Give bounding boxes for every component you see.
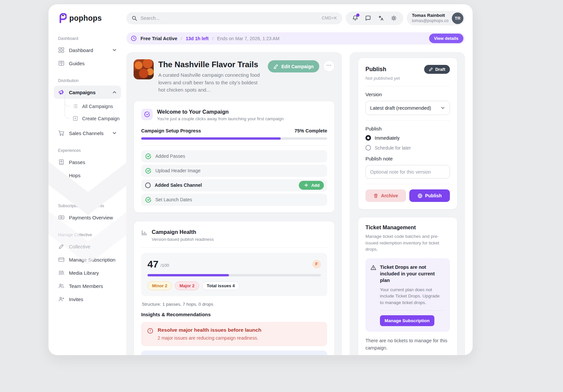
edit-campaign-button[interactable]: Edit Campaign bbox=[268, 60, 319, 72]
sidebar-item-collective[interactable]: Collective bbox=[54, 240, 121, 253]
checklist-label: Added Sales Channel bbox=[155, 182, 295, 188]
draft-badge[interactable]: Draft bbox=[424, 65, 450, 74]
campaign-description: A curated Nashville campaign connecting … bbox=[158, 71, 263, 94]
checklist-item-launch-dates[interactable]: Set Launch Dates bbox=[141, 194, 327, 206]
language-button[interactable] bbox=[376, 13, 386, 23]
insights-title: Insights & Recommendations bbox=[141, 312, 327, 317]
sidebar-item-media-library[interactable]: Media Library bbox=[54, 266, 121, 279]
sidebar-item-label: Collective bbox=[69, 244, 117, 249]
sidebar-item-drops[interactable]: Drops bbox=[54, 182, 121, 195]
radio-label: Immediately bbox=[375, 135, 399, 141]
chevron-down-icon bbox=[440, 105, 445, 110]
sidebar-item-label: Guides bbox=[69, 61, 117, 66]
unchecked-circle-icon bbox=[145, 182, 151, 188]
notifications-button[interactable] bbox=[350, 13, 360, 23]
publish-note-input[interactable] bbox=[365, 165, 450, 179]
cart-icon bbox=[58, 130, 65, 136]
user-menu[interactable]: Tomas Rainbolt tomas@pophops.co TR bbox=[407, 11, 465, 25]
sidebar-item-label: Manage Subscription bbox=[69, 257, 117, 263]
sidebar-item-label: Invites bbox=[69, 296, 117, 302]
sidebar-item-campaigns[interactable]: Campaigns bbox=[54, 86, 121, 99]
alert-circle-icon bbox=[147, 328, 153, 334]
radio-schedule-later[interactable]: Schedule for later bbox=[365, 145, 450, 151]
divider bbox=[141, 146, 327, 146]
user-name: Tomas Rainbolt bbox=[412, 13, 449, 18]
pencil-icon bbox=[58, 243, 65, 250]
welcome-subtitle: You're just a couple clicks away from la… bbox=[157, 116, 284, 121]
major-issues-badge: Major 2 bbox=[175, 281, 199, 290]
setup-progress-fill bbox=[141, 137, 281, 140]
sidebar-item-guides[interactable]: Guides bbox=[54, 57, 121, 70]
sidebar-item-manage-subscription[interactable]: Manage Subscription bbox=[54, 253, 121, 266]
sidebar-item-label: Hops bbox=[69, 173, 117, 178]
topbar: CMD+K bbox=[126, 11, 465, 25]
setup-progress-value: 75% Complete bbox=[295, 128, 327, 133]
sidebar-item-label: Sales Channels bbox=[69, 130, 108, 136]
checklist-item-added-passes[interactable]: Added Passes bbox=[141, 150, 327, 162]
trial-end-date: Ends on Mar 7, 2026, 1:23 AM bbox=[217, 36, 425, 41]
manage-subscription-button[interactable]: Manage Subscription bbox=[380, 315, 434, 326]
user-plus-icon bbox=[58, 296, 65, 302]
sidebar-item-passes[interactable]: Passes bbox=[54, 155, 121, 169]
theme-button[interactable] bbox=[389, 13, 399, 23]
alert-major-issues: Resolve major health issues before launc… bbox=[141, 322, 327, 346]
ticket-warning-box: Ticket Drops are not included in your cu… bbox=[365, 258, 450, 332]
sidebar-item-team-members[interactable]: Team Members bbox=[54, 279, 121, 293]
ticket-title: Ticket Management bbox=[365, 224, 450, 231]
checklist-item-upload-header[interactable]: Upload Header Image bbox=[141, 165, 327, 177]
structure-summary: Structure: 1 passes, 7 hops, 0 drops bbox=[142, 302, 327, 307]
sidebar-item-all-campaigns[interactable]: All Campaigns bbox=[65, 100, 121, 112]
sidebar: pophops Dashboard Dashboard Guides bbox=[48, 4, 126, 355]
sidebar-item-invites[interactable]: Invites bbox=[54, 293, 121, 306]
alert-title: Resolve major health issues before launc… bbox=[158, 327, 261, 333]
version-select[interactable]: Latest draft (recommended) bbox=[365, 101, 450, 115]
sidebar-item-payments-overview[interactable]: Payments Overview bbox=[54, 211, 121, 224]
sidebar-item-create-campaign[interactable]: Create Campaign bbox=[65, 112, 121, 125]
checklist-label: Set Launch Dates bbox=[155, 197, 324, 202]
app-window: pophops Dashboard Dashboard Guides bbox=[48, 4, 473, 355]
publish-button[interactable]: Publish bbox=[409, 189, 450, 202]
radio-unselected-icon[interactable] bbox=[365, 145, 371, 151]
trial-time-left: 13d 1h left bbox=[186, 36, 208, 41]
search-input[interactable] bbox=[141, 15, 319, 21]
globe-icon bbox=[418, 193, 422, 198]
add-sales-channel-button[interactable]: Add bbox=[299, 181, 324, 190]
more-options-button[interactable]: ⋯ bbox=[323, 60, 335, 72]
ticket-warning-title: Ticket Drops are not included in your cu… bbox=[380, 264, 444, 284]
banknote-icon bbox=[58, 214, 65, 221]
chat-icon bbox=[365, 15, 371, 21]
clock-icon bbox=[131, 35, 137, 42]
sidebar-item-dashboard[interactable]: Dashboard bbox=[54, 43, 121, 57]
publish-card: Publish Draft Not published yet Version … bbox=[358, 58, 457, 210]
pophops-logo-icon bbox=[58, 13, 67, 23]
sidebar-item-hops[interactable]: Hops bbox=[54, 169, 121, 182]
search-shortcut: CMD+K bbox=[322, 16, 337, 20]
translate-icon bbox=[378, 15, 384, 21]
search-bar[interactable]: CMD+K bbox=[126, 12, 342, 24]
archive-button[interactable]: Archive bbox=[365, 189, 406, 202]
messages-button[interactable] bbox=[363, 13, 373, 23]
package-icon bbox=[58, 185, 65, 192]
brand-logo[interactable]: pophops bbox=[54, 13, 121, 23]
version-label: Version bbox=[365, 92, 450, 97]
checklist-item-sales-channel[interactable]: Added Sales Channel Add bbox=[141, 179, 327, 191]
avatar[interactable]: TR bbox=[452, 13, 463, 24]
warning-triangle-icon bbox=[370, 265, 376, 270]
sidebar-section-manage-collective: Manage Collective bbox=[54, 233, 121, 237]
draft-label: Draft bbox=[435, 67, 445, 72]
radio-immediately[interactable]: Immediately bbox=[365, 135, 450, 141]
megaphone-icon bbox=[58, 89, 65, 96]
sidebar-item-label: Campaigns bbox=[69, 90, 108, 95]
divider bbox=[365, 86, 450, 86]
pencil-icon bbox=[273, 64, 278, 69]
health-grade-badge: F bbox=[312, 260, 321, 268]
sidebar-item-label: Media Library bbox=[69, 270, 117, 276]
pencil-icon bbox=[429, 67, 433, 71]
setup-progress-bar bbox=[141, 137, 327, 140]
view-details-button[interactable]: View details bbox=[429, 34, 463, 43]
version-value: Latest draft (recommended) bbox=[370, 105, 431, 111]
sidebar-item-sales-channels[interactable]: Sales Channels bbox=[54, 126, 121, 140]
radio-selected-icon[interactable] bbox=[365, 135, 371, 141]
welcome-card: Welcome to Your Campaign You're just a c… bbox=[134, 101, 335, 213]
content-area: CMD+K bbox=[126, 4, 473, 355]
